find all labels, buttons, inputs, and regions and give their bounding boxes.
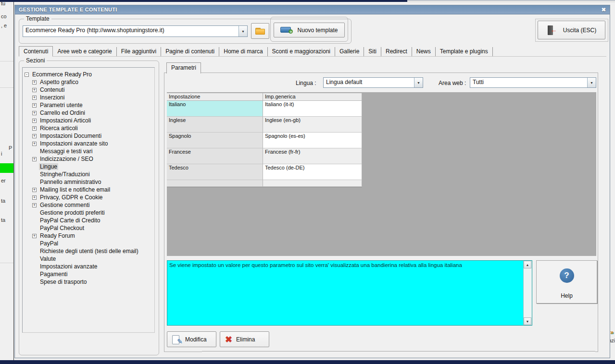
- expand-icon[interactable]: +: [32, 234, 37, 238]
- table-row-tedesco[interactable]: TedescoTedesco (de-DE): [167, 164, 362, 180]
- cell-imp-generica[interactable]: Francese (fr-fr): [263, 148, 362, 164]
- dialog-titlebar[interactable]: GESTIONE TEMPLATE E CONTENUTI ✖: [15, 5, 610, 14]
- tree-item-pagamenti[interactable]: Pagamenti: [23, 270, 154, 278]
- expand-icon[interactable]: +: [32, 188, 37, 192]
- cell-imp-generica[interactable]: Inglese (en-gb): [263, 117, 362, 133]
- scroll-up-icon[interactable]: ▲: [524, 261, 531, 268]
- tree-item-paypal-carte-di-credito[interactable]: PayPal Carte di Credito: [23, 217, 154, 224]
- tree-item-lingue[interactable]: Lingue: [23, 163, 154, 170]
- background-top-bar-right: [407, 0, 615, 2]
- tree-item-impostazioni-avanzate[interactable]: Impostazioni avanzate: [23, 263, 154, 270]
- tree-item-valute[interactable]: Valute: [23, 255, 154, 263]
- tree-item-pannello-amministrativo[interactable]: Pannello amministrativo: [23, 178, 154, 186]
- close-icon[interactable]: ✖: [602, 7, 606, 13]
- tree-item-paypal-checkout[interactable]: PayPal Checkout: [23, 224, 154, 232]
- expand-icon[interactable]: +: [32, 80, 37, 85]
- tab-parametri[interactable]: Parametri: [166, 62, 201, 73]
- tab-redirect[interactable]: Redirect: [381, 47, 412, 56]
- expand-icon[interactable]: +: [32, 142, 37, 146]
- tab-contenuti[interactable]: Contenuti: [19, 46, 53, 57]
- tree-item-label: Messaggi e testi vari: [39, 148, 93, 155]
- tab-pagine-di-contenuti[interactable]: Pagine di contenuti: [161, 47, 219, 56]
- cell-impostazione[interactable]: Inglese: [167, 117, 263, 133]
- tree-item-richieste-degli-utenti-testi-delle-email[interactable]: Richieste degli utenti (testi delle emai…: [23, 247, 154, 255]
- expand-icon[interactable]: +: [32, 134, 37, 138]
- folder-icon: [255, 28, 265, 35]
- tree-item-impostazioni-articoli[interactable]: +Impostazioni Articoli: [23, 117, 154, 124]
- tree-item-spese-di-trasporto[interactable]: Spese di trasporto: [23, 278, 154, 286]
- table-row-francese[interactable]: FranceseFrancese (fr-fr): [167, 148, 362, 164]
- tree-item-indicizzazione-seo[interactable]: +Indicizzazione / SEO: [23, 155, 154, 163]
- tree-item-label: Ready Forum: [39, 232, 76, 239]
- tree-item-gestione-prodotti-preferiti[interactable]: Gestione prodotti preferiti: [23, 209, 154, 217]
- expand-icon[interactable]: +: [32, 203, 37, 207]
- tab-home-di-marca[interactable]: Home di marca: [219, 47, 267, 56]
- tab-file-aggiuntivi[interactable]: File aggiuntivi: [117, 47, 161, 56]
- cell-imp-generica[interactable]: Italiano (it-it): [263, 101, 362, 117]
- tab-template-e-plugins[interactable]: Template e plugins: [436, 47, 493, 56]
- tree-item-ecommerce-ready-pro[interactable]: -Ecommerce Ready Pro: [23, 71, 154, 78]
- help-button[interactable]: ? Help: [536, 260, 597, 303]
- tab-sconti-e-maggiorazioni[interactable]: Sconti e maggiorazioni: [268, 47, 335, 56]
- template-combobox[interactable]: Ecommerce Ready Pro (http://www.shoptuni…: [23, 25, 248, 37]
- expand-icon[interactable]: +: [32, 96, 37, 100]
- scroll-down-icon[interactable]: ▼: [524, 317, 531, 325]
- delete-button[interactable]: ✖ Elimina: [220, 331, 269, 347]
- table-row-italiano[interactable]: ItalianoItaliano (it-it): [167, 101, 362, 117]
- tree-item-paypal[interactable]: PayPal: [23, 240, 154, 247]
- tree-item-contenuti[interactable]: +Contenuti: [23, 86, 154, 94]
- tree-item-impostazioni-avanzate-sito[interactable]: +Impostazioni avanzate sito: [23, 140, 154, 147]
- cell-imp-generica: [263, 180, 362, 187]
- expand-icon[interactable]: +: [32, 119, 37, 123]
- lingua-combobox[interactable]: Lingua default ▼: [323, 77, 423, 88]
- template-group-label: Template: [24, 15, 51, 22]
- table-row-spagnolo[interactable]: SpagnoloSpagnolo (es-es): [167, 133, 362, 148]
- tree-item-stringhe-traduzioni[interactable]: Stringhe/Traduzioni: [23, 170, 154, 178]
- chevron-down-icon[interactable]: ▼: [238, 26, 247, 36]
- tree-item-privacy-gdpr-e-cookie[interactable]: +Privacy, GDPR e Cookie: [23, 194, 154, 201]
- tab-news[interactable]: News: [412, 47, 436, 56]
- cell-impostazione[interactable]: Italiano: [167, 101, 263, 117]
- area-web-combobox[interactable]: Tutti ▼: [470, 77, 596, 88]
- tree-item-parametri-utente[interactable]: +Parametri utente: [23, 101, 154, 109]
- cell-impostazione[interactable]: Spagnolo: [167, 133, 263, 148]
- expand-icon[interactable]: +: [32, 88, 37, 92]
- tree-item-ready-forum[interactable]: +Ready Forum: [23, 232, 154, 240]
- chevron-down-icon[interactable]: ▼: [414, 78, 423, 87]
- edit-pencil-icon: ✎: [172, 335, 181, 344]
- background-bottom-bar: [0, 360, 615, 364]
- modify-button[interactable]: ✎ Modifica: [167, 331, 216, 347]
- tree-item-label: Gestione commenti: [39, 202, 90, 208]
- tree-item-mailing-list-e-notifiche-email[interactable]: +Mailing list e notifiche email: [23, 186, 154, 194]
- tree-item-ricerca-articoli[interactable]: +Ricerca articoli: [23, 124, 154, 132]
- cell-impostazione[interactable]: Tedesco: [167, 164, 263, 180]
- chevron-down-icon[interactable]: ▼: [587, 78, 596, 87]
- expand-icon[interactable]: +: [32, 111, 37, 115]
- tab-aree-web-e-categorie[interactable]: Aree web e categorie: [53, 47, 116, 56]
- tree-item-label: PayPal Carte di Credito: [39, 217, 101, 224]
- expand-icon[interactable]: +: [32, 126, 37, 131]
- expand-icon[interactable]: +: [32, 103, 37, 108]
- tree-item-messaggi-e-testi-vari[interactable]: Messaggi e testi vari: [23, 147, 154, 155]
- tab-siti[interactable]: Siti: [364, 47, 381, 56]
- tree-item-inserzioni[interactable]: +Inserzioni: [23, 94, 154, 101]
- tree-item-aspetto-grafico[interactable]: +Aspetto grafico: [23, 78, 154, 86]
- new-template-label: Nuovo template: [297, 27, 338, 34]
- cell-imp-generica[interactable]: Spagnolo (es-es): [263, 133, 362, 148]
- table-row-inglese[interactable]: IngleseInglese (en-gb): [167, 117, 362, 133]
- collapse-icon[interactable]: -: [25, 73, 29, 77]
- description-scrollbar[interactable]: ▲ ▼: [523, 261, 532, 325]
- tab-gallerie[interactable]: Gallerie: [335, 47, 364, 56]
- cell-imp-generica[interactable]: Tedesco (de-DE): [263, 164, 362, 180]
- column-header-imp-generica[interactable]: Imp.generica: [263, 93, 362, 101]
- expand-icon[interactable]: +: [32, 195, 37, 200]
- open-template-button[interactable]: [251, 23, 269, 39]
- tree-item-gestione-commenti[interactable]: +Gestione commenti: [23, 201, 154, 209]
- tree-item-carrello-ed-ordini[interactable]: +Carrello ed Ordini: [23, 109, 154, 117]
- expand-icon[interactable]: +: [32, 157, 37, 161]
- tree-item-impostazioni-documenti[interactable]: +Impostazioni Documenti: [23, 132, 154, 140]
- cell-impostazione[interactable]: Francese: [167, 148, 263, 164]
- exit-button[interactable]: ← Uscita (ESC): [538, 21, 605, 39]
- new-template-button[interactable]: + Nuovo template: [274, 23, 345, 37]
- column-header-impostazione[interactable]: Impostazione: [167, 93, 263, 101]
